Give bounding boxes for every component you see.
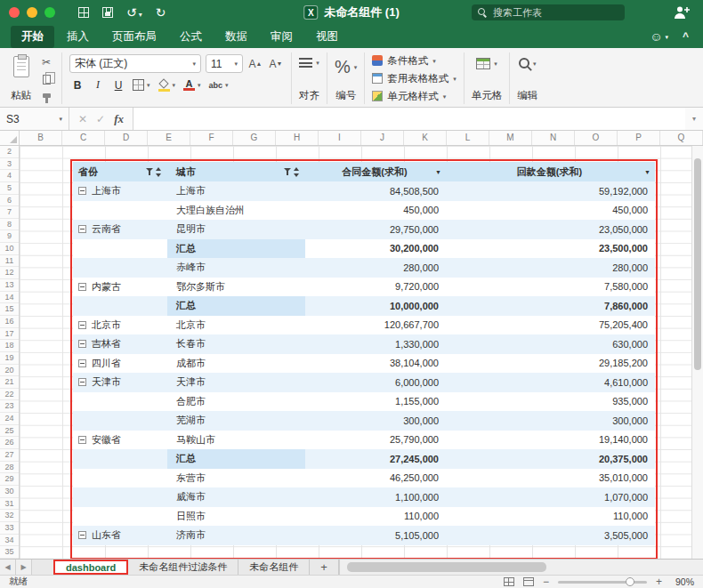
row-header[interactable]: 35 — [0, 546, 19, 559]
vertical-scrollbar-thumb[interactable] — [694, 158, 701, 370]
horizontal-scrollbar[interactable] — [339, 560, 703, 575]
payment-cell[interactable]: 4,610,000 — [446, 373, 655, 392]
province-cell[interactable] — [73, 392, 167, 412]
province-cell[interactable] — [73, 487, 167, 507]
name-box[interactable]: S3 ▾ — [0, 108, 69, 130]
table-row[interactable]: 山东省 济南市 5,105,000 3,505,000 — [73, 526, 655, 545]
normal-view-icon[interactable] — [504, 577, 514, 586]
city-cell[interactable]: 成都市 — [167, 354, 305, 374]
row-header[interactable]: 6 — [0, 195, 19, 207]
table-row[interactable]: 上海市 上海市 84,508,500 59,192,000 — [73, 181, 655, 201]
zoom-in-button[interactable]: + — [656, 577, 662, 586]
zoom-percent[interactable]: 90% — [671, 576, 694, 587]
cells-button[interactable]: ▾ 单元格 — [472, 52, 503, 102]
undo-caret-icon[interactable]: ▾ — [139, 11, 142, 19]
edit-button[interactable]: ▾ 编辑 — [517, 52, 537, 102]
collapse-icon[interactable] — [78, 531, 86, 539]
province-cell[interactable] — [73, 258, 167, 278]
city-cell[interactable]: 马鞍山市 — [167, 431, 305, 450]
align-button[interactable]: ▾ 对齐 — [299, 52, 319, 102]
row-header[interactable]: 29 — [0, 473, 19, 486]
table-row[interactable]: 北京市 北京市 120,667,700 75,205,400 — [73, 316, 655, 335]
payment-cell[interactable]: 935,000 — [446, 392, 655, 412]
collapse-icon[interactable] — [78, 225, 86, 233]
row-header[interactable]: 22 — [0, 389, 19, 401]
row-header[interactable]: 28 — [0, 462, 19, 474]
vertical-scrollbar[interactable] — [691, 146, 703, 559]
payment-cell[interactable]: 19,140,000 — [446, 431, 655, 450]
table-row[interactable]: 东营市 46,250,000 35,010,000 — [73, 469, 655, 488]
province-cell[interactable] — [73, 296, 167, 316]
province-cell[interactable]: 吉林省 — [73, 334, 167, 354]
contract-cell[interactable]: 38,104,000 — [305, 354, 446, 374]
contract-cell[interactable]: 110,000 — [305, 507, 446, 527]
province-header[interactable]: 省份 — [73, 162, 167, 181]
row-header[interactable]: 16 — [0, 316, 19, 328]
sheet-tab[interactable]: dashboard — [53, 560, 128, 575]
copy-button[interactable] — [38, 72, 54, 87]
province-cell[interactable]: 四川省 — [73, 354, 167, 374]
collapse-icon[interactable] — [78, 436, 86, 444]
search-box[interactable]: 搜索工作表 — [472, 4, 625, 20]
payment-cell[interactable]: 75,205,400 — [446, 316, 655, 335]
row-header[interactable]: 30 — [0, 486, 19, 498]
table-row[interactable]: 内蒙古 鄂尔多斯市 9,720,000 7,580,000 — [73, 278, 655, 297]
cut-button[interactable]: ✂ — [38, 54, 54, 69]
underline-button[interactable]: U — [110, 77, 126, 93]
ribbon-tab[interactable]: 插入 — [56, 26, 100, 48]
column-header[interactable]: P — [618, 131, 660, 145]
italic-button[interactable]: I — [90, 77, 106, 93]
province-cell[interactable]: 山东省 — [73, 526, 167, 545]
payment-cell[interactable]: 29,185,200 — [446, 354, 655, 374]
row-header[interactable]: 17 — [0, 328, 19, 341]
ribbon-tab[interactable]: 数据 — [214, 26, 258, 48]
city-cell[interactable]: 合肥市 — [167, 392, 305, 412]
province-cell[interactable]: 上海市 — [73, 181, 167, 201]
decrease-font-button[interactable]: A▼ — [268, 56, 284, 71]
filter-icon[interactable] — [146, 168, 153, 176]
column-header[interactable]: J — [361, 131, 404, 145]
collapse-icon[interactable] — [78, 378, 86, 386]
column-header[interactable]: E — [148, 131, 190, 145]
city-cell[interactable]: 济南市 — [167, 526, 305, 545]
page-layout-view-icon[interactable] — [523, 577, 534, 586]
collapse-icon[interactable] — [78, 321, 86, 329]
feedback-smiley-button[interactable]: ☺▾ — [650, 29, 668, 44]
sheet-nav-right-icon[interactable]: ▶ — [16, 560, 32, 575]
sheet-tab[interactable]: 未命名组件过滤条件 — [128, 560, 238, 575]
number-format-button[interactable]: %▾ 编号 — [335, 52, 357, 102]
sheet-tab[interactable]: + — [310, 560, 339, 575]
city-cell[interactable]: 芜湖市 — [167, 411, 305, 431]
column-header[interactable]: O — [575, 131, 618, 145]
contract-cell[interactable]: 1,100,000 — [305, 487, 446, 507]
contract-cell[interactable]: 46,250,000 — [305, 469, 446, 488]
formula-input[interactable] — [133, 108, 685, 130]
sheet-tab[interactable]: 未命名组件 — [238, 560, 310, 575]
horizontal-scrollbar-thumb[interactable] — [347, 562, 546, 572]
payment-cell[interactable]: 110,000 — [446, 507, 655, 527]
table-row[interactable]: 大理白族自治州 450,000 450,000 — [73, 201, 655, 221]
fill-color-button[interactable]: ▾ — [157, 77, 178, 93]
insert-function-icon[interactable]: fx — [114, 112, 124, 126]
city-cell[interactable]: 大理白族自治州 — [167, 201, 305, 221]
zoom-slider-knob[interactable] — [626, 577, 634, 586]
province-cell[interactable] — [73, 469, 167, 488]
row-header[interactable]: 15 — [0, 303, 19, 316]
table-row[interactable]: 芜湖市 300,000 300,000 — [73, 411, 655, 431]
collapse-icon[interactable] — [78, 187, 86, 195]
row-header[interactable]: 8 — [0, 219, 19, 231]
row-header[interactable]: 24 — [0, 413, 19, 425]
filter-icon[interactable] — [284, 168, 291, 176]
table-row[interactable]: 汇总 30,200,000 23,500,000 — [73, 239, 655, 259]
table-row[interactable]: 赤峰市 280,000 280,000 — [73, 258, 655, 278]
contract-cell[interactable]: 27,245,000 — [305, 449, 446, 469]
row-header[interactable]: 9 — [0, 230, 19, 243]
contract-cell[interactable]: 5,105,000 — [305, 526, 446, 545]
table-row[interactable]: 四川省 成都市 38,104,000 29,185,200 — [73, 354, 655, 374]
contract-cell[interactable]: 1,155,000 — [305, 392, 446, 412]
province-cell[interactable] — [73, 201, 167, 221]
payment-cell[interactable]: 1,070,000 — [446, 487, 655, 507]
row-header[interactable]: 25 — [0, 425, 19, 438]
column-header[interactable]: B — [20, 131, 62, 145]
payment-cell[interactable]: 630,000 — [446, 334, 655, 354]
